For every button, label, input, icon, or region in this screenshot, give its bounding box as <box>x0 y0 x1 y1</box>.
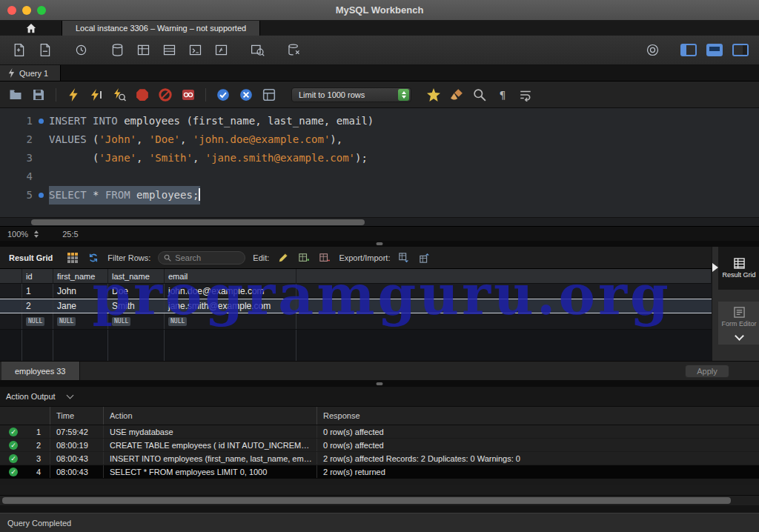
sql-editor-toolbar: Limit to 1000 rows ¶ <box>0 82 759 108</box>
action-output-title: Action Output <box>6 392 56 401</box>
query-bolt-icon <box>7 68 15 78</box>
create-view-icon[interactable] <box>159 41 179 60</box>
main-toolbar <box>0 36 759 65</box>
create-function-icon[interactable] <box>211 41 231 60</box>
show-invisibles-icon[interactable]: ¶ <box>494 87 511 103</box>
output-splitter[interactable] <box>0 380 759 387</box>
code-line[interactable]: 5SELECT * FROM employees; <box>0 186 759 205</box>
action-output-row[interactable]: ✓308:00:43INSERT INTO employees (first_n… <box>0 452 759 465</box>
save-icon[interactable] <box>30 87 47 103</box>
action-output-row[interactable]: ✓107:59:42USE mydatabase0 row(s) affecte… <box>0 425 759 439</box>
zoom-stepper[interactable] <box>34 230 39 238</box>
toggle-bottom-panel-icon[interactable] <box>705 41 724 60</box>
status-bar: Query Completed <box>0 513 759 532</box>
close-window-button[interactable] <box>7 6 16 15</box>
autocommit-toggle-icon[interactable] <box>261 87 277 103</box>
home-tab[interactable] <box>0 21 62 36</box>
insert-row-icon[interactable] <box>297 251 311 265</box>
result-grid-view-button[interactable]: Result Grid <box>718 247 759 290</box>
explain-plan-icon[interactable] <box>111 87 127 103</box>
edit-label: Edit: <box>253 253 269 262</box>
new-row-placeholder[interactable]: NULLNULLNULLNULL <box>0 313 712 330</box>
search-input[interactable] <box>175 253 239 262</box>
toggle-right-panel-icon[interactable] <box>731 41 750 60</box>
toggle-left-panel-icon[interactable] <box>679 41 698 60</box>
home-icon <box>26 23 36 33</box>
create-procedure-icon[interactable] <box>185 41 205 60</box>
scrollbar-thumb[interactable] <box>2 497 731 504</box>
success-icon: ✓ <box>9 441 18 450</box>
beautify-icon[interactable] <box>425 87 442 103</box>
import-records-icon[interactable] <box>418 251 431 265</box>
result-grid-title: Result Grid <box>9 253 53 262</box>
editor-status-bar: 100% 25:5 <box>0 226 759 241</box>
rollback-icon[interactable] <box>238 87 254 103</box>
chevron-down-icon[interactable] <box>735 331 744 341</box>
refresh-icon[interactable] <box>87 251 100 265</box>
action-output-column-header: Time Action Response <box>0 406 759 425</box>
export-recordset-icon[interactable] <box>397 251 411 265</box>
action-output-row[interactable]: ✓208:00:19CREATE TABLE employees ( id IN… <box>0 439 759 452</box>
execute-icon[interactable] <box>65 87 82 103</box>
action-output-row[interactable]: ✓408:00:43SELECT * FROM employees LIMIT … <box>0 465 759 479</box>
limit-rows-dropdown[interactable]: Limit to 1000 rows <box>291 87 411 102</box>
result-grid-icon <box>734 258 745 269</box>
zoom-window-button[interactable] <box>37 6 46 15</box>
new-sql-editor-icon[interactable] <box>9 41 28 60</box>
inspector-icon[interactable] <box>71 41 90 60</box>
panel-expander-icon[interactable] <box>712 263 718 272</box>
minimize-window-button[interactable] <box>22 6 31 15</box>
create-schema-icon[interactable] <box>107 41 127 60</box>
title-bar: MySQL Workbench <box>0 0 759 21</box>
open-file-icon[interactable] <box>7 87 24 103</box>
word-wrap-icon[interactable] <box>517 87 534 103</box>
instance-tab[interactable]: Local instance 3306 – Warning – not supp… <box>62 21 260 36</box>
grid-view-icon[interactable] <box>66 251 79 265</box>
stop-icon[interactable] <box>134 87 150 103</box>
stop-on-error-toggle-icon[interactable] <box>157 87 173 103</box>
code-line[interactable]: 2VALUES ('John', 'Doe', 'john.doe@exampl… <box>0 130 759 149</box>
code-line[interactable]: 1INSERT INTO employees (first_name, last… <box>0 112 759 130</box>
editor-result-splitter[interactable] <box>0 241 759 247</box>
execute-current-statement-icon[interactable] <box>88 87 105 103</box>
form-editor-view-button[interactable]: Form Editor <box>718 302 759 345</box>
table-row[interactable]: 2JaneSmithjane.smith@example.com <box>0 299 712 313</box>
delete-row-icon[interactable] <box>318 251 331 265</box>
create-table-icon[interactable] <box>133 41 153 60</box>
edit-record-icon[interactable] <box>276 251 290 265</box>
find-icon[interactable] <box>471 87 488 103</box>
code-line[interactable]: 4 <box>0 167 759 186</box>
sql-snippet-icon[interactable] <box>180 87 196 103</box>
commit-icon[interactable] <box>215 87 231 103</box>
table-row[interactable]: 1JohnDoejohn.doe@example.com <box>0 284 712 299</box>
caret-position: 25:5 <box>62 230 78 239</box>
traffic-lights <box>7 6 46 15</box>
code-line[interactable]: 3 ('Jane', 'Smith', 'jane.smith@example.… <box>0 149 759 167</box>
grid-header-row[interactable]: idfirst_namelast_nameemail <box>0 269 712 284</box>
code-lines: 1INSERT INTO employees (first_name, last… <box>0 112 759 205</box>
action-output-rows: ✓107:59:42USE mydatabase0 row(s) affecte… <box>0 425 759 485</box>
result-grid[interactable]: idfirst_namelast_nameemail 1JohnDoejohn.… <box>0 269 712 361</box>
empty-grid-row <box>0 330 712 345</box>
zoom-level: 100% <box>7 230 28 239</box>
sql-editor[interactable]: 1INSERT INTO employees (first_name, last… <box>0 108 759 217</box>
clean-icon[interactable] <box>448 87 465 103</box>
window-title: MySQL Workbench <box>336 4 424 16</box>
editor-horizontal-scrollbar[interactable] <box>0 217 759 226</box>
action-column-header: Action <box>104 407 317 425</box>
open-sql-script-icon[interactable] <box>35 41 54 60</box>
scrollbar-thumb[interactable] <box>31 219 365 225</box>
filter-search-field[interactable] <box>158 251 245 265</box>
connection-tab-strip: Local instance 3306 – Warning – not supp… <box>0 21 759 36</box>
result-grid-view-label: Result Grid <box>722 271 755 279</box>
collapse-chevron-icon[interactable] <box>66 392 73 399</box>
success-icon: ✓ <box>9 468 18 476</box>
search-table-data-icon[interactable] <box>248 41 267 60</box>
employees-result-tab[interactable]: employees 33 <box>1 362 80 380</box>
toolbar-separator <box>205 88 206 102</box>
query-tab[interactable]: Query 1 <box>0 65 61 81</box>
action-output-header: Action Output <box>0 387 759 406</box>
output-horizontal-scrollbar[interactable] <box>0 495 759 505</box>
apply-button[interactable]: Apply <box>685 365 729 378</box>
server-admin-icon[interactable] <box>284 41 303 60</box>
